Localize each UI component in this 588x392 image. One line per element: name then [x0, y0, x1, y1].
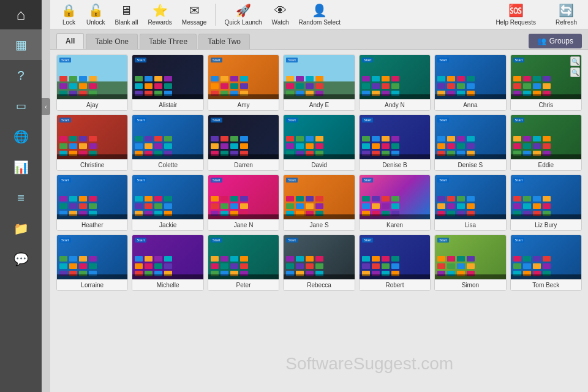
sidebar-item-folder[interactable]: 📁	[0, 213, 42, 244]
random-select-button[interactable]: 👤 Random Select	[299, 3, 341, 26]
watermark: SoftwareSuggest.com	[285, 354, 453, 374]
student-item[interactable]: Start Andy E	[283, 55, 355, 111]
win-taskbar	[208, 154, 279, 159]
sidebar-item-grid[interactable]: ▦	[0, 29, 42, 60]
sidebar-item-help[interactable]: ?	[0, 60, 42, 91]
folder-icon: 📁	[13, 221, 29, 236]
student-item[interactable]: Start Christine	[56, 115, 128, 171]
student-item[interactable]: Start Lorraine	[56, 235, 128, 291]
win-tiles	[286, 76, 324, 97]
screen-thumbnail: Start	[435, 235, 505, 279]
rewards-label: Rewards	[148, 19, 172, 26]
screen-thumbnail: Start	[284, 235, 354, 279]
student-item[interactable]: Start Tom Beck	[510, 235, 582, 291]
screen-display: Start	[208, 55, 279, 99]
rewards-button[interactable]: ⭐ Rewards	[148, 3, 172, 26]
message-button[interactable]: ✉ Message	[182, 3, 207, 26]
student-name: Liz Bury	[511, 219, 581, 230]
student-item[interactable]: Start Jane N	[208, 175, 279, 231]
tab-table-three[interactable]: Table Three	[140, 34, 197, 49]
student-item[interactable]: Start Colette	[132, 115, 203, 171]
quick-launch-button[interactable]: 🚀 Quick Launch	[224, 3, 262, 26]
win-taskbar	[435, 154, 505, 159]
student-name: Robert	[360, 279, 430, 290]
student-item[interactable]: Start Amy	[208, 55, 279, 111]
list-icon: ≡	[17, 191, 24, 205]
student-name: Lorraine	[57, 279, 127, 290]
screen-thumbnail: Start	[360, 175, 430, 219]
student-item[interactable]: Start Jackie	[132, 175, 203, 231]
student-item[interactable]: Start Darren	[208, 115, 279, 171]
tab-table-one[interactable]: Table One	[86, 34, 138, 49]
student-item[interactable]: Start Andy N	[359, 55, 431, 111]
student-item[interactable]: Start Liz Bury	[510, 175, 582, 231]
screen-thumbnail: Start	[435, 115, 505, 159]
win-tiles	[211, 136, 249, 157]
sidebar-item-list[interactable]: ≡	[0, 183, 42, 213]
student-item[interactable]: Start Peter	[208, 235, 279, 291]
student-item[interactable]: Start Rebecca	[283, 235, 355, 291]
blank-all-label: Blank all	[115, 19, 138, 26]
win-tiles	[59, 136, 97, 157]
screen-display: Start	[511, 175, 581, 219]
screen-display: Start	[284, 115, 354, 159]
chart-icon: 📊	[13, 160, 29, 175]
win-taskbar	[284, 154, 354, 159]
zoom-in-icon[interactable]: 🔍	[570, 56, 580, 66]
student-item[interactable]: Start Heather	[56, 175, 128, 231]
random-select-label: Random Select	[299, 19, 341, 26]
student-item[interactable]: Start Alistair	[132, 55, 203, 111]
student-item[interactable]: Start David	[283, 115, 355, 171]
student-item[interactable]: Start Denise S	[434, 115, 506, 171]
sidebar-collapse-button[interactable]: ‹	[42, 98, 50, 115]
screen-display: Start	[435, 115, 505, 159]
student-item[interactable]: Start Karen	[359, 175, 431, 231]
win-start-button: Start	[437, 58, 449, 62]
win-tiles	[362, 196, 400, 217]
student-item[interactable]: Start Anna	[434, 55, 506, 111]
screen-thumbnail: Start	[57, 235, 127, 279]
student-item[interactable]: Start Jane S	[283, 175, 355, 231]
win-start-button: Start	[362, 118, 374, 123]
sidebar-item-globe[interactable]: 🌐	[0, 121, 42, 152]
unlock-button[interactable]: 🔓 Unlock	[86, 3, 105, 26]
screen-display: Start	[57, 55, 127, 99]
student-item[interactable]: Start Simon	[434, 235, 506, 291]
student-item[interactable]: Start Denise B	[359, 115, 431, 171]
win-tiles	[437, 256, 475, 277]
zoom-out-icon[interactable]: 🔍	[570, 67, 580, 77]
sidebar-item-chart[interactable]: 📊	[0, 152, 42, 183]
screen-thumbnail: Start	[360, 115, 430, 159]
student-item[interactable]: Start Ajay	[56, 55, 128, 111]
student-name: Jane S	[284, 219, 354, 230]
win-tiles	[59, 256, 97, 277]
screen-thumbnail: Start	[284, 175, 354, 219]
screen-display: Start	[435, 235, 505, 279]
student-name: Heather	[57, 219, 127, 230]
student-item[interactable]: Start Robert	[359, 235, 431, 291]
zoom-controls: 🔍 🔍	[570, 56, 580, 77]
sidebar-home-button[interactable]: ⌂	[0, 0, 42, 29]
tab-table-two[interactable]: Table Two	[198, 34, 250, 49]
watch-button[interactable]: 👁 Watch	[272, 4, 289, 26]
random-select-icon: 👤	[312, 3, 327, 18]
student-name: Lisa	[435, 219, 505, 230]
sidebar-item-chat[interactable]: 💬	[0, 244, 42, 274]
tab-all[interactable]: All	[56, 33, 84, 49]
win-taskbar	[57, 274, 127, 279]
student-item[interactable]: Start Eddie	[510, 115, 582, 171]
student-name: Jane N	[208, 219, 279, 230]
student-name: Andy N	[360, 99, 430, 110]
student-item[interactable]: Start Lisa	[434, 175, 506, 231]
lock-button[interactable]: 🔒 Lock	[61, 3, 77, 26]
student-item[interactable]: Start Michelle	[132, 235, 203, 291]
screen-display: Start	[132, 55, 203, 99]
student-item[interactable]: Start 🔍 🔍 Chris	[510, 55, 582, 111]
groups-button[interactable]: 👥 Groups	[529, 34, 582, 48]
help-requests-button[interactable]: 🆘 Help Requests	[496, 3, 536, 26]
refresh-button[interactable]: 🔄 Refresh	[556, 3, 577, 26]
blank-all-button[interactable]: 🖥 Blank all	[115, 4, 138, 26]
refresh-label: Refresh	[556, 19, 577, 26]
sidebar-item-monitor[interactable]: ▭	[0, 91, 42, 121]
win-taskbar	[132, 94, 203, 99]
